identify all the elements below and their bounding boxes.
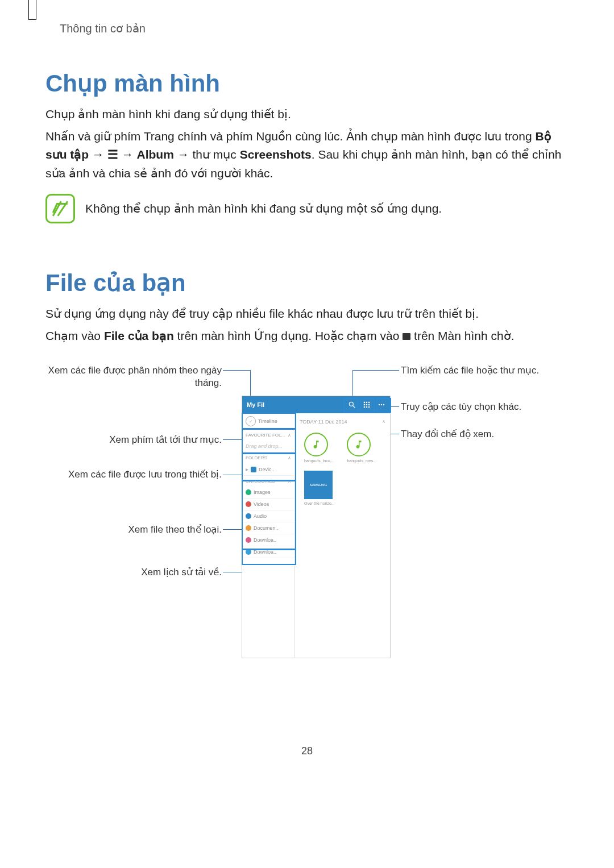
note-text: Không thể chụp ảnh màn hình khi đang sử …: [85, 200, 442, 218]
sidebar-audio[interactable]: Audio: [242, 510, 294, 522]
sidebar-device-storage[interactable]: ▸Devic..: [242, 463, 294, 476]
sidebar-timeline[interactable]: ✓ Timeline: [242, 413, 294, 430]
callout-left-5: Xem lịch sử tải về.: [45, 566, 222, 579]
paragraph: Sử dụng ứng dụng này để truy cập nhiều f…: [45, 305, 569, 323]
callout-left-3: Xem các file được lưu trong thiết bị.: [45, 468, 222, 481]
svg-rect-6: [366, 404, 367, 405]
section-title-myfiles: File của bạn: [45, 269, 569, 297]
paragraph: Chạm vào File của bạn trên màn hình Ứng …: [45, 327, 569, 346]
grid-view-icon[interactable]: [363, 401, 371, 409]
header-tab-border: [28, 0, 36, 20]
callout-left-2: Xem phím tắt tới thư mục.: [45, 434, 222, 446]
svg-rect-5: [364, 404, 365, 405]
sidebar-categories-header[interactable]: CATEGORIES∧: [242, 476, 294, 487]
sidebar-favourites-header[interactable]: FAVOURITE FOL...∧: [242, 430, 294, 441]
sidebar-images[interactable]: Images: [242, 487, 294, 499]
file-thumb[interactable]: hangouts_inco...: [304, 433, 333, 463]
sidebar-videos[interactable]: Videos: [242, 499, 294, 510]
svg-rect-9: [366, 406, 367, 408]
callout-right-1: Tìm kiếm các file hoặc thư mục.: [401, 364, 539, 377]
paragraph: Nhấn và giữ phím Trang chính và phím Ngu…: [45, 127, 569, 183]
app-title: My Fil: [247, 401, 264, 408]
svg-rect-3: [366, 402, 367, 403]
app-titlebar: My Fil: [242, 396, 390, 413]
svg-rect-7: [368, 404, 370, 405]
svg-point-12: [381, 404, 382, 405]
sidebar-drag-drop: Drag and drop...: [242, 441, 294, 452]
sidebar-downloads[interactable]: Downloa..: [242, 534, 294, 546]
callout-right-3: Thay đổi chế độ xem.: [401, 428, 494, 441]
more-options-icon[interactable]: [377, 401, 385, 409]
file-thumb[interactable]: SAMSUNG Over the horizo...: [300, 471, 385, 505]
sidebar-documents[interactable]: Documen..: [242, 522, 294, 534]
figure: Xem các file được phân nhóm theo ngày th…: [45, 359, 569, 671]
callout-left-4: Xem file theo thể loại.: [45, 524, 222, 536]
folder-icon: [403, 333, 410, 340]
section-title-screenshot: Chụp màn hình: [45, 69, 569, 97]
sidebar: ✓ Timeline FAVOURITE FOL...∧ Drag and dr…: [242, 413, 295, 658]
sidebar-download-history[interactable]: Downloa..: [242, 546, 294, 558]
breadcrumb: Thông tin cơ bản: [60, 22, 569, 35]
svg-line-1: [353, 406, 355, 408]
device-screenshot: My Fil ✓ Timeline FAVOURITE FOL...∧ Drag…: [242, 396, 391, 658]
page-number: 28: [45, 745, 569, 757]
sidebar-folders-header[interactable]: FOLDERS∧: [242, 452, 294, 463]
callout-right-2: Truy cập các tùy chọn khác.: [401, 401, 521, 413]
music-icon: [347, 433, 371, 456]
note-icon: [45, 194, 75, 223]
svg-rect-10: [368, 406, 370, 408]
menu-icon: ☰: [107, 148, 118, 161]
svg-point-0: [349, 402, 353, 406]
svg-rect-2: [364, 402, 365, 403]
callout-left-1: Xem các file được phân nhóm theo ngày th…: [45, 364, 222, 389]
main-panel: TODAY 11 Dec 2014∧ hangouts_inco... hang…: [295, 413, 390, 658]
svg-rect-4: [368, 402, 370, 403]
svg-point-13: [383, 404, 384, 405]
svg-point-11: [379, 404, 380, 405]
samsung-tile: SAMSUNG: [304, 471, 333, 499]
clock-icon: ✓: [246, 416, 256, 426]
paragraph: Chụp ảnh màn hình khi đang sử dụng thiết…: [45, 105, 569, 124]
file-thumb[interactable]: hangouts_mes...: [347, 433, 376, 463]
date-header: TODAY 11 Dec 2014∧: [300, 417, 385, 430]
search-icon[interactable]: [348, 401, 356, 409]
svg-rect-8: [364, 406, 365, 408]
music-icon: [304, 433, 328, 456]
